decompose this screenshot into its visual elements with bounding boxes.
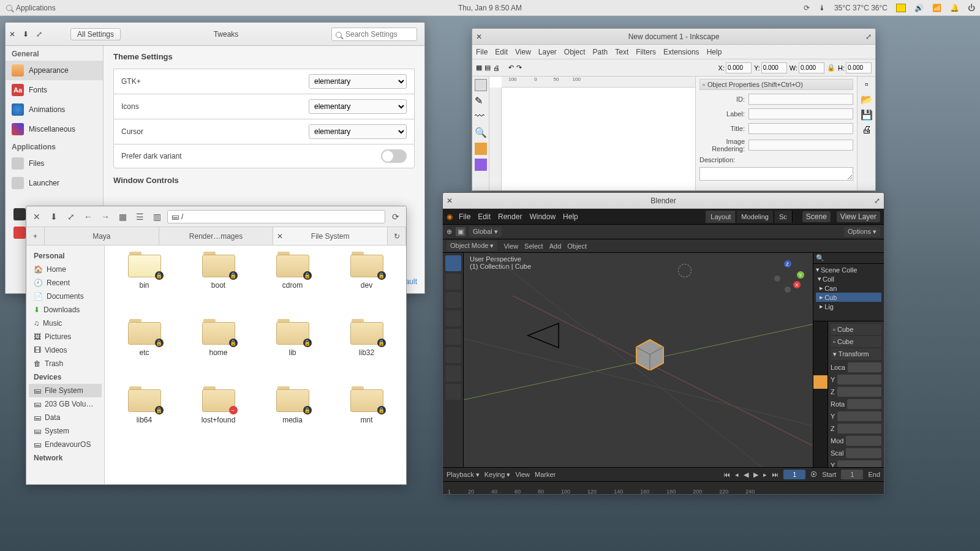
axis-gizmo[interactable]: Z Y X [770,259,805,294]
sidebar-system[interactable]: 🖴System [29,424,102,438]
column-view-icon[interactable]: ▥ [150,210,164,223]
menu-path[interactable]: Path [593,48,608,56]
tab-filesystem[interactable]: ✕File System [273,227,388,245]
menu-filters[interactable]: Filters [636,48,656,56]
node-tool[interactable]: ✎ [475,95,487,107]
folder-item[interactable]: 🔒cdrom [255,252,330,319]
menu-help[interactable]: Help [707,48,722,56]
cursor-tool[interactable] [445,274,461,290]
icons-select[interactable]: elementary [309,99,407,114]
files-grid[interactable]: 🔒bin🔒boot🔒cdrom🔒dev🔒etc🔒home🔒lib🔒lib32🔒l… [105,246,406,484]
minimize-icon[interactable]: ⬇ [47,210,61,223]
dark-variant-toggle[interactable] [381,149,407,163]
menu-text[interactable]: Text [615,48,628,56]
jump-start-icon[interactable]: ⏮ [723,471,730,478]
menu-edit[interactable]: Edit [495,48,508,56]
sidebar-item-fonts[interactable]: AaFonts [6,80,103,100]
outliner-light[interactable]: ▸ Lig [816,302,881,311]
timeline-view[interactable]: View [515,471,530,478]
y-field[interactable] [761,62,787,73]
autokey-icon[interactable]: ⦿ [810,471,817,478]
cursor-icon[interactable]: ⊕ [447,228,452,236]
folder-item[interactable]: 🔒lib [255,319,330,386]
grid-view-icon[interactable]: ▦ [116,210,129,223]
folder-item[interactable]: −lost+found [181,386,255,454]
sidebar-music[interactable]: ♫Music [29,317,102,330]
menu-file[interactable]: File [459,212,470,221]
blender-icon[interactable]: ◉ [447,212,453,221]
scene-select[interactable]: Scene [802,211,831,222]
folder-item[interactable]: 🔒mnt [330,386,404,454]
ptab-world[interactable] [813,362,827,375]
list-view-icon[interactable]: ☰ [133,210,146,223]
menu-object[interactable]: Object [564,48,586,56]
title-field[interactable] [748,123,853,134]
datetime[interactable]: Thu, Jan 9 8:50 AM [458,4,522,12]
blender-titlebar[interactable]: ✕ Blender ⤢ [443,193,884,209]
scale-tool[interactable] [445,329,461,345]
close-icon[interactable]: ✕ [277,232,283,241]
camera-object[interactable] [525,320,568,351]
keyframe-prev-icon[interactable]: ◂ [735,471,739,479]
menu-edit[interactable]: Edit [478,212,491,221]
save-icon[interactable]: 💾 [861,109,873,121]
rot-z[interactable] [837,424,881,433]
outliner[interactable]: ▾ Scene Colle ▾ Coll ▸ Can ▸ Cub ▸ Lig [813,264,884,321]
folder-item[interactable]: 🔒dev [330,252,404,319]
keying-menu[interactable]: Keying ▾ [484,471,511,479]
outliner-scene[interactable]: ▾ Scene Colle [816,265,881,274]
power-icon[interactable]: ⏻ [968,4,975,12]
sidebar-documents[interactable]: 📄Documents [29,290,102,303]
play-reverse-icon[interactable]: ◀ [744,471,748,479]
select-box-icon[interactable]: ▣ [456,227,466,236]
menu-help[interactable]: Help [563,212,578,221]
folder-item[interactable]: 🔒lib32 [330,319,404,386]
playback-menu[interactable]: Playback ▾ [447,471,480,479]
section-transform[interactable]: ▾ Transform [831,348,881,360]
close-icon[interactable]: ✕ [6,30,19,39]
tab-maya[interactable]: Maya [45,227,159,245]
timeline-marker[interactable]: Marker [535,471,556,478]
maximize-icon[interactable]: ⤢ [64,210,78,223]
menu-layer[interactable]: Layer [538,48,557,56]
history-button[interactable]: ↻ [388,227,406,245]
sidebar-pictures[interactable]: 🖼Pictures [29,330,102,343]
forward-icon[interactable]: → [99,210,112,223]
new-tab-button[interactable]: + [26,227,45,245]
close-icon[interactable]: ✕ [30,210,43,223]
folder-item[interactable]: 🔒media [255,386,330,454]
current-frame[interactable]: 1 [783,470,805,479]
menu-extensions[interactable]: Extensions [663,48,699,56]
jump-end-icon[interactable]: ⏭ [772,471,778,478]
back-button[interactable]: All Settings [70,28,121,40]
sidebar-volume[interactable]: 🖴203 GB Volu… [29,397,102,411]
tab-render[interactable]: Render…mages [159,227,274,245]
network-icon[interactable]: 📶 [932,4,941,12]
sidebar-trash[interactable]: 🗑Trash [29,357,102,370]
workspace-layout[interactable]: Layout [706,211,736,223]
folder-item[interactable]: 🔒boot [181,252,255,319]
maximize-icon[interactable]: ⤢ [870,197,884,205]
rotate-tool[interactable] [445,310,461,326]
sidebar-videos[interactable]: 🎞Videos [29,343,102,357]
folder-item[interactable]: 🔒etc [107,319,181,386]
ptab-material[interactable] [813,416,827,429]
h-field[interactable] [846,62,872,73]
tool-icon[interactable]: ▤ [484,64,491,72]
open-icon[interactable]: 📂 [861,94,873,105]
workspace-modeling[interactable]: Modeling [736,211,774,223]
keyframe-next-icon[interactable]: ▸ [763,471,767,479]
loc-x[interactable] [848,362,881,372]
terminal-icon[interactable] [13,208,26,220]
label-field[interactable] [748,108,853,119]
path-bar[interactable]: 🖴 / [167,210,385,223]
folder-item[interactable]: 🔒home [181,319,255,386]
close-icon[interactable]: ✕ [472,32,486,41]
timeline-ruler[interactable]: 120406080100120140160180200220240 [443,481,884,495]
3dbox-tool[interactable] [475,159,487,171]
tweaks-titlebar[interactable]: ✕ ⬇ ⤢ All Settings Tweaks [6,23,424,46]
light-object[interactable] [678,264,692,277]
id-field[interactable] [748,94,853,105]
menu-view[interactable]: View [515,48,531,56]
new-icon[interactable]: ▫ [865,79,869,90]
